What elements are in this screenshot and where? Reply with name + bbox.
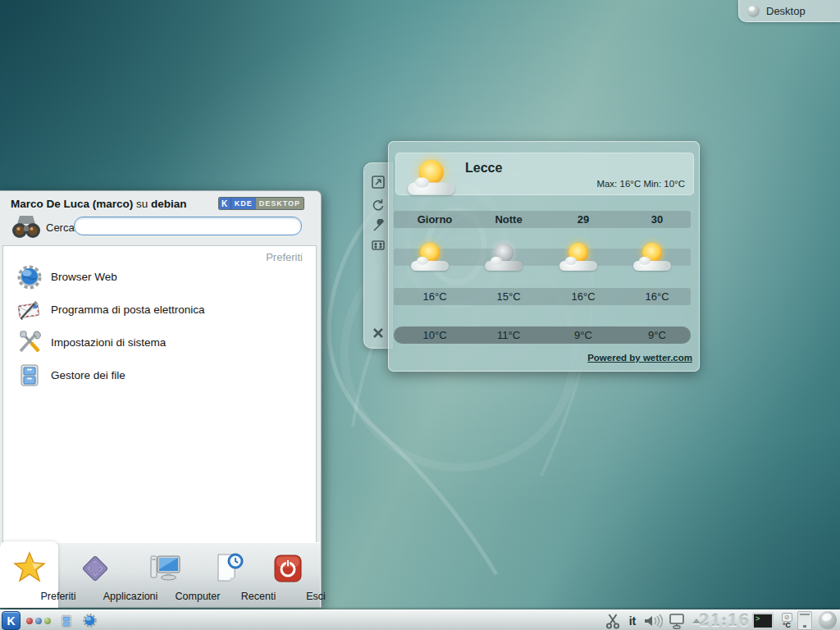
kickoff-launcher: Marco De Luca (marco) su debian K KDE DE… (0, 190, 322, 608)
desktop-pager[interactable] (25, 610, 52, 630)
menu-item-label: Programma di posta elettronica (51, 304, 205, 316)
sun-cloud-icon (408, 160, 455, 195)
kickoff-user-title: Marco De Luca (marco) su debian (11, 198, 187, 210)
toolbox-sphere-icon (747, 5, 760, 17)
globe-gear-icon (16, 263, 43, 290)
search-input[interactable] (74, 217, 302, 235)
digital-clock[interactable]: 21:16 (700, 610, 749, 630)
menu-item-browser-web[interactable]: Browser Web (3, 261, 316, 292)
bottom-panel: K (0, 609, 840, 630)
mail-pen-icon (16, 296, 43, 322)
resize-icon[interactable] (371, 175, 386, 189)
configure-grid-icon[interactable] (371, 238, 386, 253)
weather-max-min: Max: 16°C Min: 10°C (596, 179, 685, 189)
desktop-wallpaper: Desktop Lecce Max: 16°C Min: 10°C Gior (0, 0, 840, 630)
web-browser-icon[interactable] (80, 610, 98, 630)
menu-item-impostazioni-sistema[interactable]: Impostazioni di sistema (3, 326, 316, 358)
tab-preferiti[interactable]: Preferiti (0, 541, 58, 608)
monitor-icon (148, 551, 182, 586)
diamond-icon (78, 551, 112, 586)
search-label: Cerca: (46, 221, 77, 234)
document-clock-icon (212, 551, 246, 586)
menu-item-gestore-file[interactable]: Gestore dei file (3, 359, 316, 390)
weather-col-30: 30 (620, 211, 694, 228)
sun-cloud-icon (559, 243, 597, 271)
network-icon[interactable] (666, 610, 687, 630)
tab-computer[interactable]: Computer (132, 543, 198, 608)
terminal-tray-icon[interactable] (751, 610, 775, 630)
volume-icon[interactable] (642, 610, 664, 630)
weather-widget: Lecce Max: 16°C Min: 10°C Giorno Notte 2… (388, 141, 700, 372)
menu-item-label: Browser Web (51, 271, 117, 283)
night-temp: 9°C (620, 326, 694, 344)
weather-columns-row: Giorno Notte 29 30 (394, 211, 691, 228)
user-name: Marco De Luca (marco) (11, 198, 133, 210)
power-icon (271, 551, 305, 586)
desktop-toolbox-label: Desktop (766, 5, 806, 17)
weather-day-temps-row: 16°C 15°C 16°C 16°C (394, 288, 691, 305)
kickoff-tab-bar: Preferiti Applicazioni (0, 542, 320, 607)
night-temp: 9°C (546, 326, 620, 344)
file-manager-icon[interactable] (57, 610, 75, 630)
weather-col-giorno: Giorno (398, 211, 472, 228)
weather-tray-icon[interactable]: ⊘ °C (778, 610, 796, 630)
day-temp: 16°C (398, 288, 472, 305)
kde-desktop-badge: K KDE DESKTOP (218, 197, 304, 210)
day-temp: 16°C (546, 288, 620, 305)
weather-col-29: 29 (546, 211, 620, 228)
keyboard-layout-indicator[interactable]: it (624, 610, 641, 630)
crossed-tools-icon (16, 329, 43, 355)
weather-night-temps-row: 10°C 11°C 9°C 9°C (394, 326, 691, 344)
sun-cloud-icon (411, 243, 449, 271)
kde-logo-icon: K (219, 198, 231, 209)
mini-calendar-widget[interactable] (797, 611, 812, 630)
tab-label: Esci (288, 591, 344, 602)
pager-dot-blue[interactable] (35, 618, 42, 624)
menu-item-label: Impostazioni di sistema (51, 336, 166, 349)
weather-col-notte: Notte (472, 211, 546, 228)
wetter-credit-link[interactable]: Powered by wetter.com (587, 353, 692, 363)
rotate-icon[interactable] (371, 198, 386, 212)
menu-item-posta-elettronica[interactable]: Programma di posta elettronica (3, 294, 316, 325)
moon-cloud-icon (485, 243, 523, 271)
pager-dot-red[interactable] (26, 618, 33, 624)
tab-esci[interactable]: Esci (260, 543, 316, 608)
day-temp: 16°C (620, 288, 694, 305)
sun-cloud-icon (633, 243, 671, 271)
close-icon[interactable] (371, 326, 386, 340)
pager-dot-green[interactable] (44, 618, 51, 624)
panel-toolbox-cashew[interactable] (819, 611, 837, 629)
klipper-scissors-icon[interactable] (603, 610, 623, 630)
kmenu-button[interactable]: K (2, 611, 21, 630)
day-temp: 15°C (472, 288, 546, 305)
file-cabinet-icon (16, 362, 43, 388)
night-temp: 10°C (398, 326, 472, 344)
host-name: debian (151, 198, 187, 210)
star-icon (12, 550, 47, 584)
tab-applicazioni[interactable]: Applicazioni (60, 543, 130, 608)
weather-header: Lecce Max: 16°C Min: 10°C (395, 153, 694, 195)
desktop-toolbox[interactable]: Desktop (738, 0, 840, 22)
menu-item-label: Gestore dei file (51, 369, 126, 381)
night-temp: 11°C (472, 326, 546, 344)
weather-tray-glyph: ⊘ (782, 613, 792, 622)
weather-city: Lecce (465, 161, 502, 176)
tab-recenti[interactable]: Recenti (199, 543, 258, 608)
kickoff-content: Preferiti Browser Web (2, 245, 317, 544)
binoculars-icon (11, 212, 41, 244)
settings-wrench-icon[interactable] (371, 219, 386, 234)
